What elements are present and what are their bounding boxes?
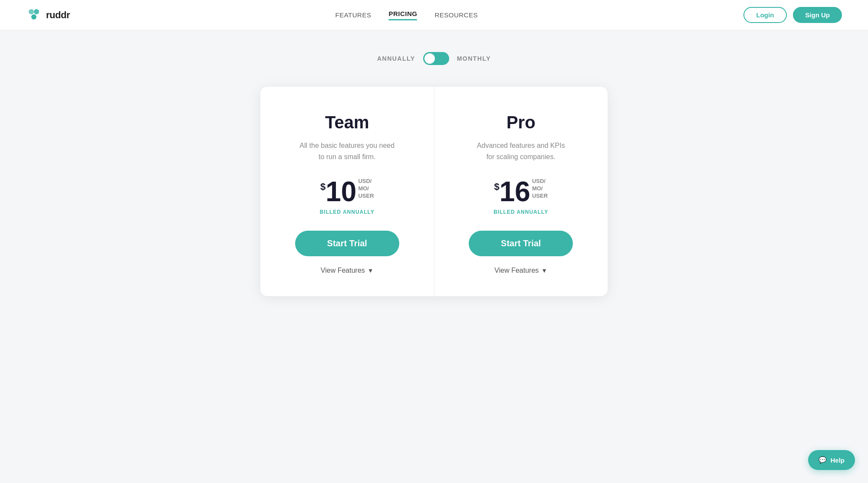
billing-toggle-switch[interactable] — [423, 52, 449, 65]
pro-plan-name: Pro — [506, 113, 536, 132]
pro-chevron-down-icon: ▼ — [541, 267, 547, 274]
toggle-thumb — [424, 53, 435, 64]
help-chat-icon: 💬 — [819, 456, 827, 464]
logo: ruddr — [26, 7, 70, 23]
header: ruddr FEATURES PRICING RESOURCES Login S… — [0, 0, 868, 30]
team-price-number: 10 — [326, 178, 356, 206]
pro-plan-description: Advanced features and KPIs for scaling c… — [473, 140, 569, 162]
nav-pricing[interactable]: PRICING — [388, 10, 417, 20]
pro-price-user: USER — [532, 193, 548, 200]
svg-point-2 — [31, 14, 36, 20]
team-plan-description: All the basic features you need to run a… — [299, 140, 395, 162]
svg-point-0 — [29, 9, 34, 14]
team-price-mo: MO/ — [358, 185, 374, 193]
pro-plan-card: Pro Advanced features and KPIs for scali… — [434, 87, 608, 296]
billing-toggle: ANNUALLY MONTHLY — [377, 52, 491, 65]
main-content: ANNUALLY MONTHLY Team All the basic feat… — [0, 30, 868, 331]
pro-price-number: 16 — [500, 178, 530, 206]
team-billed-label: BILLED ANNUALLY — [320, 209, 375, 215]
pro-price-mo: MO/ — [532, 185, 548, 193]
team-view-features-label: View Features — [321, 267, 365, 274]
signup-button[interactable]: Sign Up — [793, 7, 842, 23]
help-button[interactable]: 💬 Help — [808, 450, 855, 470]
team-price-usd: USD/ — [358, 178, 374, 185]
ruddr-logo-icon — [26, 7, 42, 23]
pro-price-suffix: USD/ MO/ USER — [532, 178, 548, 200]
pro-billed-label: BILLED ANNUALLY — [493, 209, 548, 215]
help-label: Help — [830, 457, 845, 464]
logo-text: ruddr — [46, 10, 70, 21]
nav-features[interactable]: FEATURES — [335, 11, 372, 19]
pro-view-features-button[interactable]: View Features ▼ — [494, 267, 547, 274]
team-chevron-down-icon: ▼ — [368, 267, 374, 274]
team-price-user: USER — [358, 193, 374, 200]
pro-price-dollar: $ — [494, 181, 499, 193]
team-price-block: $ 10 USD/ MO/ USER — [320, 178, 374, 206]
team-plan-name: Team — [325, 113, 369, 132]
team-price-dollar: $ — [320, 181, 326, 193]
main-nav: FEATURES PRICING RESOURCES — [335, 10, 478, 20]
team-start-trial-button[interactable]: Start Trial — [295, 231, 399, 256]
pro-price-block: $ 16 USD/ MO/ USER — [494, 178, 548, 206]
nav-actions: Login Sign Up — [743, 7, 842, 23]
pricing-cards: Team All the basic features you need to … — [260, 87, 608, 296]
svg-point-1 — [34, 9, 39, 14]
annually-label: ANNUALLY — [377, 55, 415, 62]
team-price-suffix: USD/ MO/ USER — [358, 178, 374, 200]
login-button[interactable]: Login — [743, 7, 787, 23]
pro-view-features-label: View Features — [494, 267, 539, 274]
team-view-features-button[interactable]: View Features ▼ — [321, 267, 374, 274]
pro-price-usd: USD/ — [532, 178, 548, 185]
nav-resources[interactable]: RESOURCES — [434, 11, 478, 19]
team-plan-card: Team All the basic features you need to … — [260, 87, 434, 296]
pro-start-trial-button[interactable]: Start Trial — [469, 231, 573, 256]
monthly-label: MONTHLY — [457, 55, 491, 62]
